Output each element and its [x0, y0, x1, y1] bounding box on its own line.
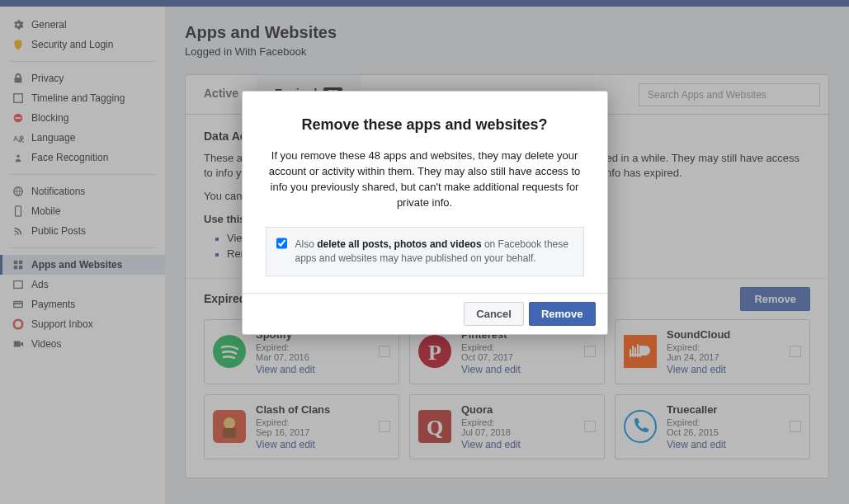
delete-posts-box: Also delete all posts, photos and videos… — [266, 227, 584, 276]
remove-button[interactable]: Remove — [529, 302, 596, 326]
modal-title: Remove these apps and websites? — [266, 116, 584, 134]
delete-posts-label: Also delete all posts, photos and videos… — [295, 238, 573, 266]
modal-overlay: Remove these apps and websites? If you r… — [0, 0, 849, 504]
remove-modal: Remove these apps and websites? If you r… — [242, 91, 608, 335]
delete-posts-checkbox[interactable] — [276, 238, 287, 249]
cancel-button[interactable]: Cancel — [464, 302, 524, 326]
modal-footer: Cancel Remove — [243, 293, 607, 334]
modal-body-text: If you remove these 48 apps and websites… — [266, 148, 584, 210]
